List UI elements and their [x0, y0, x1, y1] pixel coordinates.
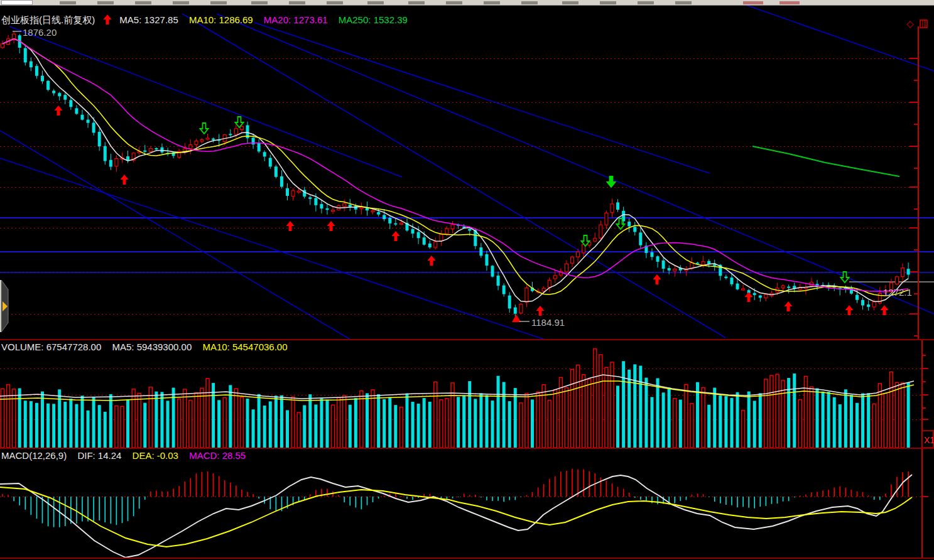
- buy-signal-arrow: [121, 175, 129, 185]
- toolbar-box[interactable]: [1, 0, 33, 5]
- menu-item-stub-red[interactable]: [743, 1, 763, 4]
- buy-signal-arrow: [745, 292, 753, 302]
- menu-item-stub[interactable]: [60, 1, 76, 4]
- panel-expander-handle[interactable]: [0, 280, 8, 332]
- menu-item-stub[interactable]: [135, 1, 151, 4]
- buy-signal-arrow: [536, 306, 545, 316]
- x1-period-button[interactable]: X1: [922, 431, 934, 448]
- ma250-value: MA250: 1532.39: [339, 14, 408, 25]
- menu-item-stub[interactable]: [327, 1, 343, 4]
- menu-item-stub[interactable]: [638, 1, 654, 4]
- diamond-icon[interactable]: ◇: [906, 18, 914, 30]
- ma10-value: MA10: 1286.69: [189, 14, 253, 25]
- menu-item-stub[interactable]: [446, 1, 462, 4]
- ma20-value: MA20: 1273.61: [264, 14, 328, 25]
- buy-signal-arrow: [327, 221, 335, 231]
- menu-item-stub[interactable]: [675, 1, 692, 4]
- macd-pane: MACD(12,26,9) DIF: 14.24 DEA: -0.03 MACD…: [0, 449, 934, 557]
- volume-ma10-value: MA10: 54547036.00: [202, 342, 287, 352]
- volume-value: VOLUME: 67547728.00: [1, 342, 101, 352]
- buy-signal-arrow: [881, 305, 889, 315]
- buy-signal-arrow: [653, 274, 661, 284]
- main-chart[interactable]: 1876.201184.911272.1: [0, 6, 934, 339]
- menu-bar[interactable]: [0, 0, 934, 6]
- menu-item-stub[interactable]: [600, 1, 616, 4]
- buy-signal-arrow: [785, 301, 793, 311]
- volume-ma5-value: MA5: 59439300.00: [112, 342, 192, 352]
- menu-item-stub[interactable]: [562, 1, 578, 4]
- instrument-title: 创业板指(日线.前复权): [1, 14, 95, 25]
- menu-item-stub[interactable]: [97, 1, 114, 4]
- buy-signal-arrow: [286, 221, 295, 231]
- sell-signal-arrow: [200, 123, 209, 134]
- svg-text:X1: X1: [924, 435, 934, 445]
- menu-item-stub-red[interactable]: [779, 1, 800, 4]
- ma5-value: MA5: 1327.85: [119, 14, 178, 25]
- main-chart-pane: 1876.201184.911272.1 创业板指(日线.前复权) MA5: 1…: [0, 6, 934, 339]
- up-arrow-icon: [103, 14, 112, 25]
- sell-signal-arrow: [841, 272, 849, 283]
- menu-item-stub[interactable]: [484, 1, 500, 4]
- dea-value: DEA: -0.03: [133, 450, 178, 461]
- dif-value: DIF: 14.24: [77, 450, 121, 461]
- macd-value: MACD: 28.55: [189, 450, 246, 461]
- macd-chart[interactable]: [0, 449, 934, 557]
- buy-signal-arrow: [55, 105, 63, 116]
- menu-item-stub[interactable]: [210, 1, 227, 4]
- volume-chart[interactable]: X1: [0, 340, 934, 448]
- price-label: 1184.91: [531, 317, 565, 328]
- menu-item-stub[interactable]: [367, 1, 384, 4]
- volume-pane: X1 VOLUME: 67547728.00 MA5: 59439300.00 …: [0, 340, 934, 448]
- price-label: 1876.20: [23, 27, 57, 38]
- window-icon[interactable]: [920, 19, 928, 28]
- menu-item-stub[interactable]: [289, 1, 305, 4]
- bottom-border: [0, 557, 934, 559]
- price-label: 1272.1: [883, 287, 912, 298]
- menu-item-stub[interactable]: [521, 1, 538, 4]
- buy-signal-arrow: [428, 256, 436, 266]
- buy-signal-arrow: [392, 231, 400, 241]
- menu-item-stub[interactable]: [251, 1, 268, 4]
- menu-item-stub[interactable]: [408, 1, 425, 4]
- menu-item-stub[interactable]: [173, 1, 189, 4]
- macd-params: MACD(12,26,9): [1, 450, 67, 461]
- sell-signal-arrow: [236, 117, 244, 127]
